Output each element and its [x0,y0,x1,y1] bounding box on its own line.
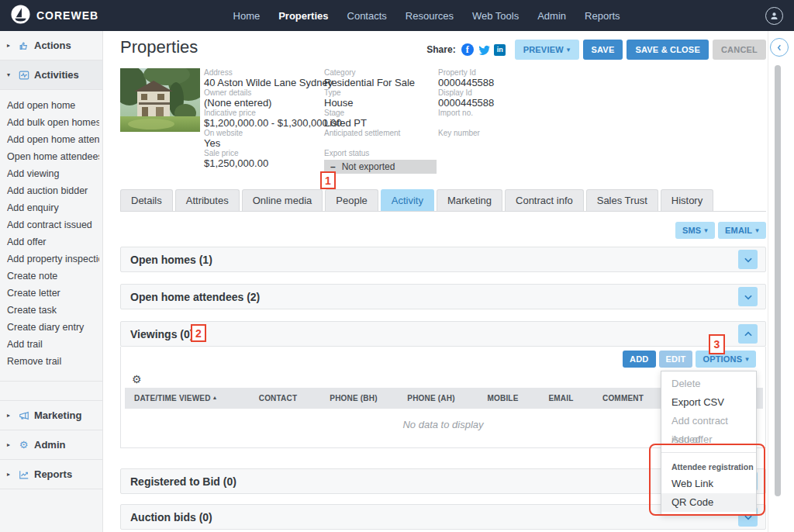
minus-icon: – [330,161,336,172]
section-open-home-attendees-header[interactable]: Open home attendees (2) [120,284,766,309]
tab-online-media[interactable]: Online media [242,189,323,211]
content-edge-divider [768,31,768,532]
top-navbar: COREWEB Home Properties Contacts Resourc… [0,0,794,31]
save-button[interactable]: SAVE [583,40,623,60]
nav-item-resources[interactable]: Resources [406,10,454,22]
menu-item-delete[interactable]: Delete [661,375,756,393]
field-label: On website [204,129,324,138]
sidebar-item-add-enquiry[interactable]: Add enquiry [7,199,99,216]
column-header-date-time[interactable]: DATE/TIME VIEWED▲ [125,394,241,402]
tab-details[interactable]: Details [120,189,173,211]
collapse-panel-button[interactable] [770,38,789,57]
options-button[interactable]: OPTIONS [696,351,756,368]
field-label: Export status [324,149,437,158]
sidebar-activities-items: Add open home Add bulk open homes Add op… [0,90,102,382]
export-status-badge: – Not exported [324,160,437,174]
brand[interactable]: COREWEB [11,5,98,27]
sidebar-item-add-open-home[interactable]: Add open home [7,97,99,114]
sidebar-section-marketing[interactable]: Marketing [0,400,102,430]
field-value: $1,250,000.00 [204,158,324,169]
sidebar-item-create-diary-entry[interactable]: Create diary entry [7,319,99,336]
tab-marketing[interactable]: Marketing [437,189,502,211]
sidebar-item-add-contract-issued[interactable]: Add contract issued [7,216,99,233]
nav-item-home[interactable]: Home [233,10,261,22]
nav-item-properties[interactable]: Properties [278,10,328,22]
field-value: Listed PT [324,118,437,129]
annotation-rect [649,444,765,516]
nav-item-contacts[interactable]: Contacts [347,10,387,22]
field-value [438,118,547,129]
expand-section-button[interactable] [738,287,758,306]
tab-people[interactable]: People [325,189,378,211]
twitter-share-icon[interactable] [478,43,490,56]
sidebar-item-remove-trail[interactable]: Remove trail [7,353,99,370]
sidebar-section-activities[interactable]: Activities [0,60,102,90]
expand-section-button[interactable] [738,250,758,269]
tab-attributes[interactable]: Attributes [175,189,240,211]
column-header-email[interactable]: EMAIL [536,394,586,402]
save-and-close-button[interactable]: SAVE & CLOSE [627,40,709,60]
field-value: 0000445588 [438,78,547,88]
tab-sales-trust[interactable]: Sales Trust [586,189,658,211]
message-buttons: SMS EMAIL [675,222,766,239]
field-value: House [324,98,437,109]
add-button[interactable]: ADD [623,351,655,368]
export-status-value: Not exported [342,161,395,172]
facebook-share-icon[interactable]: f [461,43,474,56]
sidebar-item-add-trail[interactable]: Add trail [7,336,99,353]
sidebar-item-add-viewing[interactable]: Add viewing [7,165,99,182]
sidebar-section-label: Actions [34,40,71,51]
sidebar-item-create-task[interactable]: Create task [7,302,99,319]
tab-history[interactable]: History [661,189,713,211]
section-open-homes-header[interactable]: Open homes (1) [120,247,766,272]
sidebar-section-label: Activities [34,69,79,81]
tab-activity[interactable]: Activity [381,189,434,211]
sidebar-section-reports[interactable]: Reports [0,460,102,489]
section-title: Viewings (0) [130,328,193,340]
table-settings-gear-icon[interactable]: ⚙ [132,373,142,385]
menu-item-export-csv[interactable]: Export CSV [661,393,756,412]
email-button[interactable]: EMAIL [718,222,766,239]
section-viewings-header[interactable]: Viewings (0) [120,321,766,347]
column-header-mobile[interactable]: MOBILE [470,394,536,402]
sidebar-item-add-property-inspection[interactable]: Add property inspection [7,250,99,268]
megaphone-icon [18,409,29,421]
column-header-contact[interactable]: CONTACT [241,394,315,402]
preview-button[interactable]: PREVIEW [515,40,579,60]
annotation-3: 3 [709,334,725,354]
edit-button[interactable]: EDIT [659,351,693,368]
sidebar-item-add-offer[interactable]: Add offer [7,233,99,250]
nav-item-admin[interactable]: Admin [537,10,566,22]
field-value: Residential For Sale [324,78,437,88]
annotation-2: 2 [191,324,206,342]
column-header-phone-bh[interactable]: PHONE (BH) [315,394,392,402]
field-value [438,138,547,149]
collapse-arrow-icon [7,412,13,419]
sidebar-item-create-letter[interactable]: Create letter [7,285,99,302]
sidebar-section-label: Admin [34,439,65,451]
nav-item-web-tools[interactable]: Web Tools [472,10,519,22]
column-header-comment[interactable]: COMMENT [586,394,660,402]
tab-contract-info[interactable]: Contract info [505,189,584,211]
sms-button[interactable]: SMS [675,222,715,239]
sidebar-item-add-auction-bidder[interactable]: Add auction bidder [7,182,99,199]
cancel-button[interactable]: CANCEL [713,40,766,60]
property-photo [120,68,200,132]
menu-item-add-contract-issued[interactable]: Add contract issued [661,412,756,430]
sidebar-item-add-bulk-open-homes[interactable]: Add bulk open homes [7,114,99,131]
sidebar-item-add-open-home-attendees[interactable]: Add open home attendees [7,131,99,148]
column-header-phone-ah[interactable]: PHONE (AH) [392,394,470,402]
sidebar-item-create-note[interactable]: Create note [7,268,99,285]
sidebar-section-actions[interactable]: Actions [0,31,102,60]
sidebar-item-open-home-attendees[interactable]: Open home attendees [7,148,99,165]
linkedin-share-icon[interactable]: in [494,43,506,56]
nav-item-reports[interactable]: Reports [585,10,620,22]
brand-name: COREWEB [36,9,98,22]
collapse-section-button[interactable] [738,324,758,344]
vertical-scrollbar[interactable] [775,65,781,496]
user-avatar-icon[interactable] [765,7,783,25]
property-fields-col3: Property Id0000445588 Display Id00004455… [438,68,547,149]
field-label: Import no. [438,109,547,118]
field-value: (None entered) [204,98,324,109]
sidebar-section-admin[interactable]: ⚙ Admin [0,430,102,460]
